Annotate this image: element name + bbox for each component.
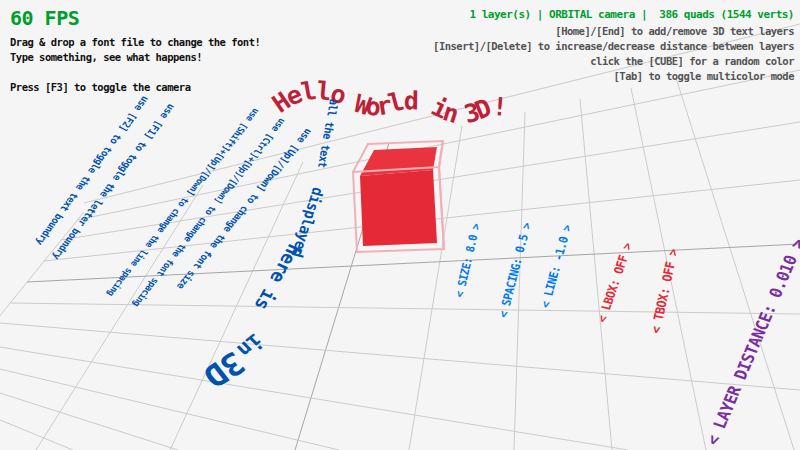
hint-layer-distance: [Insert]/[Delete] to increase/decrease d… [433,40,794,52]
hint-multicolor-mode: [Tab] to toggle multicolor mode [614,70,794,82]
cube-front-face [360,170,437,246]
hint-drag-drop-font: Drag & drop a font file to change the fo… [10,36,260,48]
stats-bar: 1 layer(s) | ORBITAL camera | 386 quads … [470,8,795,21]
3d-viewport[interactable]: Hello World in 3D! 60 FPS Drag & drop a … [0,0,800,450]
hint-type-something: Type something, see what happens! [10,51,202,63]
hint-toggle-camera: Press [F3] to toggle the camera [10,81,190,93]
hello-world-3d-text: Hello World in 3D! [267,76,507,129]
fps-counter: 60 FPS [10,6,79,30]
hint-cube-random-color: click the [CUBE] for a random color [590,55,794,67]
hint-add-remove-layers: [Home]/[End] to add/remove 3D text layer… [555,25,794,37]
scene-canvas: Hello World in 3D! [0,0,800,450]
cube[interactable] [353,141,444,252]
